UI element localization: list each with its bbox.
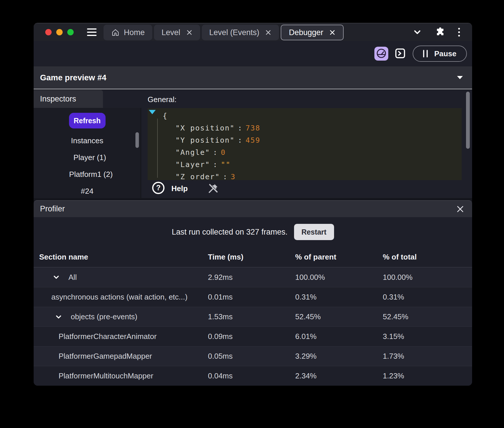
inspectors-scrollbar[interactable] (135, 132, 139, 148)
tree-item-instances[interactable]: Instances (71, 136, 103, 145)
tree-item-platform1[interactable]: Platform1 (2) (61, 170, 113, 179)
close-icon[interactable] (186, 29, 193, 36)
column-time: Time (ms) (208, 253, 295, 262)
game-preview-title: Game preview #4 (40, 73, 106, 82)
tab-debugger[interactable]: Debugger (281, 25, 344, 40)
profiler-row-character-animator: PlatformerCharacterAnimator 0.09ms 6.01%… (34, 327, 472, 346)
close-icon[interactable] (456, 205, 465, 213)
svg-text:?: ? (156, 184, 160, 192)
collapse-caret-icon (457, 76, 463, 79)
tab-level[interactable]: Level (154, 25, 200, 40)
titlebar-actions (412, 27, 460, 37)
profiler-header: Profiler (34, 200, 472, 217)
hamburger-menu-icon[interactable] (87, 28, 97, 36)
chevron-down-icon[interactable] (412, 27, 422, 37)
inspectors-tree: Refresh Instances Player (1) Platform1 (… (34, 108, 141, 198)
traffic-lights (45, 29, 74, 35)
profiler-status-row: Last run collected on 327 frames. Restar… (34, 217, 472, 247)
window-zoom-button[interactable] (67, 29, 74, 35)
json-line-layer: "Layer":"" (163, 159, 260, 171)
restart-button[interactable]: Restart (294, 224, 334, 240)
app-window: Home Level Level (Events) De (34, 23, 472, 386)
tree-item-instance-24[interactable]: #24 (81, 187, 93, 196)
profiler-row-multitouch-mapper: PlatformerMultitouchMapper 0.04ms 2.34% … (34, 366, 472, 386)
close-icon[interactable] (329, 29, 336, 36)
help-link[interactable]: Help (171, 184, 188, 193)
pause-button[interactable]: Pause (413, 46, 467, 62)
tab-bar: Home Level Level (Events) De (104, 23, 344, 41)
tab-label: Level (Events) (209, 28, 260, 37)
help-icon[interactable]: ? (152, 181, 165, 196)
tab-home[interactable]: Home (104, 25, 152, 40)
profiler-row-gamepad-mapper: PlatformerGamepadMapper 0.05ms 3.29% 1.7… (34, 346, 472, 366)
tab-label: Home (124, 28, 145, 37)
tab-label: Level (162, 28, 180, 37)
profiler-table-header: Section name Time (ms) % of parent % of … (34, 247, 472, 267)
console-icon (394, 47, 406, 60)
column-percent-total: % of total (383, 253, 472, 262)
debugger-toolbar: Pause (34, 41, 472, 66)
collapse-triangle-icon[interactable] (149, 110, 156, 114)
titlebar: Home Level Level (Events) De (34, 23, 472, 41)
profiler-table: Section name Time (ms) % of parent % of … (34, 247, 472, 386)
general-scrollbar[interactable] (466, 92, 470, 149)
pause-icon (423, 50, 428, 57)
kebab-menu-icon[interactable] (458, 28, 460, 37)
inspectors-title: Inspectors (40, 95, 76, 104)
column-percent-parent: % of parent (295, 253, 383, 262)
instance-json-view: { "X position":738 "Y position":459 "Ang… (148, 108, 462, 180)
extensions-puzzle-icon[interactable] (435, 27, 445, 37)
close-icon[interactable] (265, 29, 271, 36)
debugger-content: Inspectors Refresh Instances Player (1) … (34, 90, 472, 198)
gauge-icon (376, 48, 387, 60)
home-icon (111, 28, 120, 37)
profiler-panel: Profiler Last run collected on 327 frame… (34, 200, 472, 386)
refresh-button[interactable]: Refresh (69, 113, 106, 128)
chevron-down-icon[interactable] (52, 273, 60, 281)
pause-label: Pause (434, 49, 456, 58)
game-preview-header[interactable]: Game preview #4 (34, 66, 472, 89)
tree-item-player[interactable]: Player (1) (68, 153, 106, 162)
general-title: General: (148, 95, 472, 104)
inspectors-panel: Inspectors Refresh Instances Player (1) … (34, 90, 141, 198)
window-minimize-button[interactable] (56, 29, 63, 35)
json-line-angle: "Angle":0 (163, 146, 260, 159)
tab-label: Debugger (289, 28, 323, 37)
profiler-status-text: Last run collected on 327 frames. (172, 228, 287, 237)
pin-off-icon[interactable] (207, 183, 219, 194)
json-line-x-position: "X position":738 (163, 122, 260, 134)
indent-guide (157, 119, 158, 178)
profiler-title: Profiler (40, 204, 65, 213)
inspectors-header: Inspectors (34, 90, 103, 108)
profiler-row-async-actions: asynchronous actions (wait action, etc..… (34, 287, 472, 307)
column-section-name: Section name (34, 253, 208, 262)
console-button[interactable] (394, 47, 406, 60)
profiler-row-objects-pre-events[interactable]: objects (pre-events) 1.53ms 52.45% 52.45… (34, 307, 472, 327)
profiler-toggle-button[interactable] (374, 47, 388, 61)
profiler-row-all[interactable]: All 2.92ms 100.00% 100.00% (34, 267, 472, 287)
help-row: ? Help (152, 181, 219, 196)
json-line-y-position: "Y position":459 (163, 134, 260, 146)
window-close-button[interactable] (45, 29, 52, 35)
json-open-brace: { (163, 110, 260, 122)
tab-level-events[interactable]: Level (Events) (202, 25, 279, 40)
chevron-down-icon[interactable] (55, 313, 63, 321)
general-panel: General: { "X position":738 "Y position"… (141, 90, 472, 198)
